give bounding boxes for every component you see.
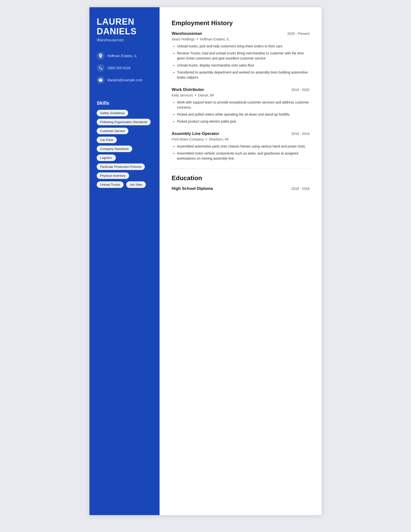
resume-wrapper: LAUREN DANIELS Warehouseman Hoffman Esta… xyxy=(89,7,322,515)
location-text: Hoffman Estates, IL xyxy=(107,54,137,58)
contact-section: Hoffman Estates, IL (380) 555-9228 ldani… xyxy=(97,52,152,88)
skill-physical-inventory: Physical Inventory xyxy=(97,172,129,179)
job-assembly-line-operator: Assembly Line Operator 2018 - 2019 Ford … xyxy=(172,131,309,161)
email-icon xyxy=(97,76,104,84)
bullet-item: Unload trucks, pick and help customers b… xyxy=(177,44,309,49)
bullet-item: Picked product using electric pallet jac… xyxy=(177,119,309,124)
job-warehouseman: Warehouseman 2020 - Present Sears Holdin… xyxy=(172,31,309,80)
name-line2: DANIELS xyxy=(97,26,137,36)
skill-unload-trucks: Unload Trucks xyxy=(97,181,123,188)
job-title-2: Work Distributor xyxy=(172,87,204,92)
skill-car-parts: Car Parts xyxy=(97,137,117,143)
skill-company-standards: Company Standards xyxy=(97,146,132,152)
phone-icon xyxy=(97,64,104,72)
education-heading: Education xyxy=(172,174,309,182)
job-dates-3: 2018 - 2019 xyxy=(291,132,309,136)
skill-following-org-standards: Following Organization Standards xyxy=(97,119,151,125)
location-item: Hoffman Estates, IL xyxy=(97,52,152,60)
employment-heading: Employment History xyxy=(172,19,309,27)
job-header-2: Work Distributor 2019 - 2020 xyxy=(172,87,309,92)
job-dates-1: 2020 - Present xyxy=(287,32,309,36)
job-bullets-2: Work with support team to provide except… xyxy=(172,100,309,124)
skills-heading: Skills xyxy=(97,100,152,106)
bullet-item: Assembled automotive parts onto chassis … xyxy=(177,144,309,149)
sidebar: LAUREN DANIELS Warehouseman Hoffman Esta… xyxy=(89,7,159,515)
degree-title: High School Diploma xyxy=(172,186,213,191)
candidate-name: LAUREN DANIELS xyxy=(97,17,152,36)
skill-job-sites: Job Sites xyxy=(126,181,146,188)
email-item: ldaniels@example.com xyxy=(97,76,152,84)
candidate-title: Warehouseman xyxy=(97,38,152,42)
bullet-item: Work with support team to provide except… xyxy=(177,100,309,110)
main-content: Employment History Warehouseman 2020 - P… xyxy=(159,7,322,515)
phone-item: (380) 555-9228 xyxy=(97,64,152,72)
bullet-item: Picked and pulled orders while operating… xyxy=(177,112,309,117)
email-text: ldaniels@example.com xyxy=(107,78,142,82)
skill-customer-service: Customer Service xyxy=(97,128,128,134)
section-divider xyxy=(172,168,309,169)
job-bullets-1: Unload trucks, pick and help customers b… xyxy=(172,44,309,80)
job-bullets-3: Assembled automotive parts onto chassis … xyxy=(172,144,309,161)
job-header-3: Assembly Line Operator 2018 - 2019 xyxy=(172,131,309,136)
skill-particular-production-process: Particular Production Process xyxy=(97,163,145,170)
location-icon xyxy=(97,52,104,60)
bullet-item: Receive Trucks; load and unload trucks B… xyxy=(177,51,309,61)
phone-text: (380) 555-9228 xyxy=(107,66,131,70)
bullet-item: Unload trucks, display merchandise onto … xyxy=(177,63,309,68)
bullet-item: Transferred to assembly department and w… xyxy=(177,70,309,80)
job-work-distributor: Work Distributor 2019 - 2020 Kelly Servi… xyxy=(172,87,309,124)
job-company-3: Ford Motor Company • Dearborn, MI xyxy=(172,137,309,142)
job-title-1: Warehouseman xyxy=(172,31,202,36)
job-dates-2: 2019 - 2020 xyxy=(291,88,309,92)
bullet-item: Assembled motor vehicle components such … xyxy=(177,151,309,161)
education-dates: 2018 - 2018 xyxy=(291,187,309,190)
skills-section: Skills Safety Guidelines Following Organ… xyxy=(97,100,152,190)
skill-logistics: Logistics xyxy=(97,154,116,161)
job-title-3: Assembly Line Operator xyxy=(172,131,219,136)
job-header-1: Warehouseman 2020 - Present xyxy=(172,31,309,36)
job-company-2: Kelly Services • Detroit, MI xyxy=(172,93,309,97)
name-line1: LAUREN xyxy=(97,17,134,27)
job-company-1: Sears Holdings • Hoffman Estates, IL xyxy=(172,37,309,41)
education-block: High School Diploma 2018 - 2018 xyxy=(172,186,309,191)
skill-safety-guidelines: Safety Guidelines xyxy=(97,110,128,116)
skills-list: Safety Guidelines Following Organization… xyxy=(97,110,152,190)
